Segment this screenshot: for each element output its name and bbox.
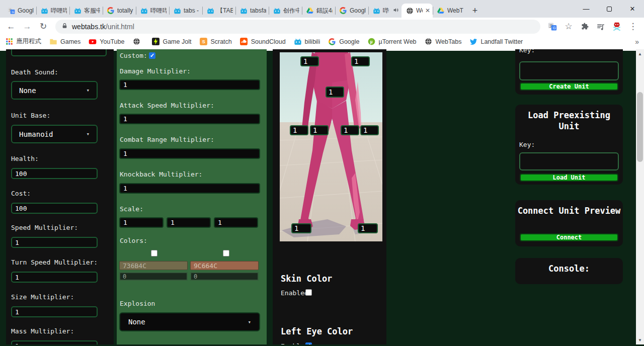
scale-z-input[interactable] xyxy=(214,217,258,228)
turn-speed-multiplier-input[interactable] xyxy=(11,272,98,283)
cost-input[interactable] xyxy=(11,203,98,214)
scale-x-input[interactable] xyxy=(119,217,164,228)
reload-button[interactable]: ↻ xyxy=(36,20,50,34)
scrollbar-thumb[interactable] xyxy=(637,92,643,162)
close-window-button[interactable]: ✕ xyxy=(621,0,644,18)
knockback-multiplier-input[interactable] xyxy=(119,183,260,194)
bookmark-landfall-twitter[interactable]: Landfall Twitter xyxy=(469,38,523,46)
forward-button[interactable]: → xyxy=(20,20,34,34)
scale-y-input[interactable] xyxy=(167,217,211,228)
tab-bilibili-5[interactable]: 【TAB xyxy=(202,4,235,18)
color-2-checkbox[interactable] xyxy=(223,250,229,256)
bilibili-icon xyxy=(273,7,281,15)
size-multiplier-label: Size Multiplier: xyxy=(11,293,74,301)
playlist-extension-icon[interactable] xyxy=(594,20,608,34)
color-1-extra-input[interactable] xyxy=(119,272,188,281)
part-scale-input-right-hip[interactable] xyxy=(351,56,370,66)
tab-google-2[interactable]: Googl xyxy=(335,4,368,18)
tab-google-search[interactable]: totally xyxy=(103,4,136,18)
bookmark-google[interactable]: Google xyxy=(328,38,359,46)
minimize-button[interactable]: — xyxy=(575,0,598,18)
tab-bilibili-3[interactable]: 哔哩哔 xyxy=(136,4,169,18)
part-scale-input-left-hand[interactable] xyxy=(290,125,308,135)
color-1-checkbox[interactable] xyxy=(151,250,157,256)
mass-multiplier-input[interactable] xyxy=(11,340,98,344)
create-key-textarea[interactable] xyxy=(519,61,619,80)
tab-title: 哔哩哔 xyxy=(150,7,167,15)
tab-bilibili-6[interactable]: tabsfa xyxy=(235,4,269,18)
skin-enabled-checkbox[interactable] xyxy=(305,289,312,296)
health-input[interactable] xyxy=(11,168,98,179)
tab-bilibili-1[interactable]: 哔哩哔 xyxy=(36,4,69,18)
extensions-puzzle-icon[interactable] xyxy=(578,20,592,34)
bilibili-icon xyxy=(140,7,148,15)
new-tab-button[interactable]: + xyxy=(468,4,482,18)
custom-stats-panel: Custom: Damage Multiplier: Attack Speed … xyxy=(117,49,267,344)
page-scrollbar[interactable]: ▲ ▼ xyxy=(636,49,644,344)
size-multiplier-input[interactable] xyxy=(11,306,98,317)
left-eye-enabled-checkbox[interactable] xyxy=(305,342,312,344)
clipped-top-input[interactable] xyxy=(11,49,107,56)
explosion-select[interactable]: None▾ xyxy=(119,312,260,331)
custom-checkbox[interactable] xyxy=(149,52,155,59)
bookmark-games-folder[interactable]: Games xyxy=(49,38,80,46)
tab-bilibili-7[interactable]: 创作中 xyxy=(269,4,302,18)
tab-google-translate[interactable]: Googl xyxy=(3,4,36,18)
audio-playing-icon[interactable] xyxy=(393,7,399,14)
tab-webtabs-active[interactable]: We✕ xyxy=(401,4,433,18)
tab-bilibili-2[interactable]: 客服中 xyxy=(69,4,103,18)
unit-base-select[interactable]: Humanoid▾ xyxy=(11,125,98,143)
part-scale-input-right-hand[interactable] xyxy=(360,125,379,135)
bookmark-youtube[interactable]: YouTube xyxy=(89,38,124,46)
speed-multiplier-input[interactable] xyxy=(11,237,98,248)
color-2-hex-input[interactable] xyxy=(190,261,259,270)
bookmarks-overflow-chevron[interactable]: » xyxy=(635,38,639,46)
part-scale-input-left-knee[interactable] xyxy=(310,125,329,135)
damage-multiplier-input[interactable] xyxy=(119,79,260,90)
part-scale-input-left-hip[interactable] xyxy=(300,56,319,66)
google-icon xyxy=(339,7,347,15)
mass-multiplier-label: Mass Multiplier: xyxy=(11,327,74,335)
color-1-hex-input[interactable] xyxy=(119,261,188,270)
part-scale-input-right-foot[interactable] xyxy=(358,223,378,233)
attack-speed-multiplier-input[interactable] xyxy=(119,114,260,124)
bilibili-icon xyxy=(173,7,181,15)
load-unit-button[interactable]: Load Unit xyxy=(520,174,618,182)
part-scale-input-pelvis[interactable] xyxy=(326,86,344,98)
page-url[interactable]: webtabs.tk/unit.html xyxy=(72,23,134,31)
close-tab-icon[interactable]: ✕ xyxy=(425,7,430,14)
color-2-extra-input[interactable] xyxy=(190,272,259,281)
combat-range-multiplier-input[interactable] xyxy=(119,148,260,159)
part-scale-input-right-knee[interactable] xyxy=(341,125,359,135)
tab-drive-1[interactable]: 錯誤4( xyxy=(302,4,335,18)
bookmark-scratch[interactable]: Scratch xyxy=(199,38,231,46)
bookmark-bilibili[interactable]: bilibili xyxy=(294,38,320,46)
actions-column: Key: Create Unit Load Preexisting Unit K… xyxy=(515,49,623,344)
bookmark-globe[interactable] xyxy=(132,38,143,46)
scroll-up-icon[interactable]: ▲ xyxy=(636,50,644,57)
load-key-textarea[interactable] xyxy=(519,152,619,170)
death-sound-select[interactable]: None▾ xyxy=(11,81,98,100)
maximize-button[interactable] xyxy=(598,0,621,18)
unit-preview-render[interactable] xyxy=(280,52,382,241)
connect-preview-panel: Connect Unit Preview Connect xyxy=(515,200,623,246)
bookmark-webtabs[interactable]: WebTabs xyxy=(425,38,462,46)
bookmark-utorrent[interactable]: µTorrent Web xyxy=(367,38,416,46)
address-bar[interactable]: webtabs.tk/unit.html xyxy=(55,20,540,34)
back-button[interactable]: ← xyxy=(4,20,18,34)
bookmark-soundcloud[interactable]: SoundCloud xyxy=(240,38,286,46)
chrome-menu-icon[interactable]: ⋮ xyxy=(626,20,640,34)
bookmark-apps[interactable]: 應用程式 xyxy=(5,37,41,46)
connect-button[interactable]: Connect xyxy=(520,233,618,241)
tab-title: 创作中 xyxy=(283,7,299,15)
part-scale-input-left-foot[interactable] xyxy=(291,223,311,233)
translate-page-icon[interactable] xyxy=(545,20,559,34)
tab-bilibili-audio[interactable]: 哔 xyxy=(368,4,401,18)
tab-bilibili-4[interactable]: tabs - xyxy=(169,4,202,18)
tabs-extension-icon[interactable] xyxy=(610,20,624,34)
bookmark-gamejolt[interactable]: Game Jolt xyxy=(151,38,191,46)
tab-drive-2[interactable]: WebT xyxy=(433,4,466,18)
create-unit-button[interactable]: Create Unit xyxy=(520,82,618,91)
scroll-down-icon[interactable]: ▼ xyxy=(636,336,644,343)
bookmark-star-icon[interactable]: ☆ xyxy=(561,20,576,34)
